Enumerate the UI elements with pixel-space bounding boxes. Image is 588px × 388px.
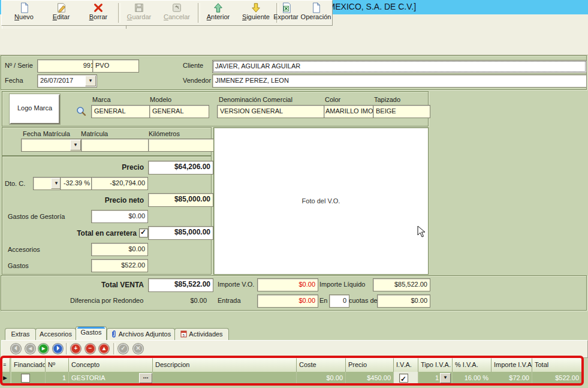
magnifier-icon[interactable] — [76, 106, 86, 118]
entrada-field[interactable]: $0.00 — [257, 294, 318, 308]
cell-precio[interactable]: $450.00 — [346, 372, 394, 385]
last-record-button[interactable]: ⏵ — [53, 344, 63, 354]
vendedor-label: Vendedor — [183, 77, 211, 84]
borrar-button[interactable]: Borrar — [81, 2, 116, 24]
total-carretera-field[interactable]: $85,000.00 — [148, 226, 213, 240]
grid-header-pct-iva: % I.V.A. — [453, 358, 491, 372]
tab-extras[interactable]: Extras — [5, 328, 36, 341]
color-field[interactable]: AMARILLO IMO — [324, 105, 374, 118]
cliente-field[interactable]: JAVIER, AGUILAR AGUILAR — [212, 60, 587, 73]
serie-field[interactable]: PVO — [92, 59, 139, 73]
toolbar-separator — [198, 3, 200, 23]
gastos-field[interactable]: $522.00 — [91, 259, 148, 272]
pedidos-window: Pedidos V.O. [Empresa: INFORSERVEIS MEXI… — [0, 0, 588, 388]
grid-header-concepto: Concepto — [69, 358, 153, 372]
financiado-checkbox[interactable] — [21, 374, 30, 383]
save-floppy-icon — [133, 2, 145, 13]
gastos-gestoria-field[interactable]: $0.00 — [91, 210, 148, 223]
cancel-edit-button[interactable]: ✕ — [133, 344, 143, 354]
tab-actividades[interactable]: 5Actividades — [174, 328, 229, 341]
nuevo-button[interactable]: Nuevo — [7, 2, 41, 24]
cell-descripcion[interactable] — [153, 372, 297, 385]
tab-accesorios[interactable]: Accesorios — [35, 328, 76, 341]
marca-field[interactable]: GENERAL — [91, 105, 151, 118]
toolbar-separator — [118, 3, 120, 23]
cell-coste[interactable]: $0.00 — [297, 372, 346, 385]
precio-field[interactable]: $64,206.00 — [148, 161, 213, 175]
dto-pct-field[interactable]: -32.39 % — [60, 177, 92, 190]
precio-neto-label: Precio neto — [84, 196, 144, 204]
cell-importe-iva[interactable]: $72.00 — [491, 372, 532, 385]
cell-tipo-iva[interactable]: 1 ▾ — [418, 372, 453, 385]
cell-financiado[interactable] — [11, 372, 46, 385]
precio-label: Precio — [84, 163, 144, 172]
tab-archivos-adjuntos[interactable]: Archivos Adjuntos — [107, 328, 175, 341]
chevron-down-icon[interactable]: ▾ — [70, 140, 81, 151]
vendedor-field[interactable]: JIMENEZ PEREZ, LEON — [212, 74, 587, 88]
tab-gastos[interactable]: Gastos — [76, 326, 107, 341]
cell-pct-iva[interactable]: 16.00 % — [453, 372, 496, 385]
cell-concepto[interactable]: GESTORIA ... — [69, 372, 153, 385]
importe-liquido-field[interactable]: $85,522.00 — [373, 278, 430, 291]
chevron-down-icon[interactable]: ▾ — [85, 76, 96, 86]
fecha-label: Fecha — [5, 77, 23, 84]
kilometros-label: Kilómetros — [149, 130, 180, 137]
kilometros-field[interactable] — [148, 139, 215, 152]
delete-record-button[interactable]: − — [85, 344, 95, 354]
gastos-gestoria-label: Gastos de Gestoría — [8, 213, 65, 220]
matricula-field[interactable] — [81, 139, 150, 152]
dto-amount-field[interactable]: -$20,794.00 — [91, 177, 148, 190]
precio-neto-field[interactable]: $85,000.00 — [148, 193, 213, 207]
total-carretera-label: Total en carretera — [66, 229, 137, 237]
operacion-button[interactable]: Operación — [300, 2, 331, 24]
excel-export-icon — [280, 2, 292, 13]
cancelar-button[interactable]: Cancelar — [158, 2, 195, 24]
matricula-label: Matrícula — [81, 130, 108, 137]
cliente-label: Cliente — [183, 62, 203, 69]
mouse-cursor — [417, 225, 426, 239]
num-field[interactable]: 991 — [37, 59, 97, 73]
editar-button[interactable]: Editar — [44, 2, 79, 24]
first-record-button[interactable]: ⏴ — [11, 344, 21, 354]
cuotas-count-field[interactable]: 0 — [329, 294, 349, 308]
accesorios-field[interactable]: $0.00 — [91, 243, 148, 256]
record-navigator: ⏴ ◂ ▸ ⏵ + − ▴ ✓ ✕ — [1, 340, 588, 358]
anterior-button[interactable]: Anterior — [201, 2, 236, 24]
exportar-button[interactable]: Exportar — [269, 2, 303, 24]
delete-x-icon — [92, 2, 104, 13]
fecha-matricula-label: Fecha Matrícula — [23, 130, 70, 137]
total-carretera-checkbox[interactable] — [139, 228, 148, 237]
marca-label: Marca — [92, 96, 111, 103]
denominacion-field[interactable]: VERSION GENERAL — [217, 105, 326, 118]
cell-total[interactable]: $522.00 — [532, 372, 582, 385]
cuota-importe-field[interactable]: $0.00 — [377, 294, 430, 308]
tapizado-field[interactable]: BEIGE — [373, 105, 430, 118]
importe-liquido-label: Importe Líquido — [319, 281, 365, 288]
navigator-separator — [66, 343, 68, 354]
prior-record-button[interactable]: ◂ — [25, 344, 35, 354]
post-edit-button[interactable]: ✓ — [118, 344, 128, 354]
dto-combobox[interactable]: ▾ — [33, 177, 63, 190]
dto-label: Dto. C. — [5, 180, 25, 187]
new-page-icon — [18, 2, 30, 13]
edit-record-button[interactable]: ▴ — [99, 344, 109, 354]
fecha-matricula-combobox[interactable]: ▾ — [21, 139, 82, 152]
importe-vo-field[interactable]: $0.00 — [257, 278, 318, 291]
grid-header-iva: I.V.A. — [394, 358, 418, 372]
next-record-button[interactable]: ▸ — [38, 344, 49, 354]
insert-record-button[interactable]: + — [71, 344, 81, 354]
guardar-button[interactable]: Guardar — [121, 2, 157, 24]
total-venta-field[interactable]: $85,522.00 — [148, 278, 213, 292]
num-serie-label: Nº / Serie — [5, 62, 33, 69]
cell-num[interactable]: 1 — [46, 372, 69, 385]
cuotas-de-label: cuotas de — [349, 297, 378, 304]
tipo-iva-dropdown-button[interactable]: ▾ — [440, 373, 451, 383]
fecha-combobox[interactable]: 26/07/2017 ▾ — [37, 74, 97, 88]
concepto-lookup-button[interactable]: ... — [139, 373, 152, 383]
grid-corner-icon: ≡ — [1, 358, 10, 372]
modelo-field[interactable]: GENERAL — [149, 105, 209, 118]
cell-iva[interactable] — [394, 372, 418, 385]
diferencia-label: Diferencia por Redondeo — [70, 297, 143, 304]
iva-checkbox[interactable] — [399, 374, 408, 383]
vehicle-photo-panel: Foto del V.O. — [213, 127, 429, 275]
